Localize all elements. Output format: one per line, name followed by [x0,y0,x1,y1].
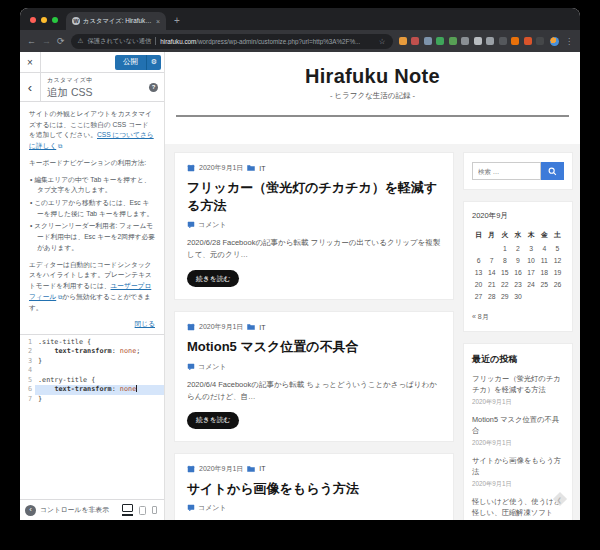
calendar-day[interactable]: 25 [538,278,551,290]
calendar-day[interactable]: 24 [525,278,538,290]
publish-settings-gear-icon[interactable]: ⚙ [146,55,161,70]
publish-button[interactable]: 公開 [115,55,146,70]
code-line[interactable]: 7} [20,395,164,405]
recent-post-title[interactable]: サイトから画像をもらう方法 [472,456,564,478]
calendar-day[interactable]: 14 [485,266,498,278]
extension-icon[interactable] [524,37,532,45]
calendar-day[interactable]: 27 [472,290,485,302]
calendar-day[interactable]: 9 [511,254,524,266]
comments-label[interactable]: コメント [198,220,227,230]
previous-month-link[interactable]: « 8月 [472,312,564,322]
preview-mobile-icon[interactable] [152,506,158,515]
code-line[interactable]: 6 text-transform: none [20,385,164,395]
comments-label[interactable]: コメント [198,362,227,372]
calendar-day[interactable]: 16 [511,266,524,278]
back-chevron-icon[interactable]: ‹ [20,73,41,101]
preview-desktop-icon[interactable] [122,504,133,516]
calendar-day[interactable]: 23 [511,278,524,290]
calendar-day[interactable]: 11 [538,254,551,266]
extension-icon[interactable] [474,37,482,45]
calendar-day[interactable]: 30 [511,290,524,302]
keyboard-nav-title: キーボードナビゲーションの利用方法: [29,158,155,169]
calendar-day[interactable]: 8 [498,254,511,266]
extension-icon[interactable] [461,37,469,45]
recent-post-title[interactable]: フリッカー（蛍光灯のチカチカ）を軽減する方法 [472,374,564,396]
code-line[interactable]: 2 text-transform: none; [20,347,164,357]
extension-icon[interactable] [436,37,444,45]
calendar-day[interactable]: 21 [485,278,498,290]
calendar-day[interactable]: 15 [498,266,511,278]
recent-post-title[interactable]: 怪しいけど使う、使うけど怪しい、圧縮解凍ソフト [472,497,564,519]
post-title[interactable]: Motion5 マスク位置の不具合 [187,338,441,356]
hide-controls-label[interactable]: コントロールを非表示 [40,505,118,515]
calendar-day[interactable]: 6 [472,254,485,266]
post-category[interactable]: IT [259,165,265,172]
code-line[interactable]: 4 [20,366,164,376]
extension-icon[interactable] [511,37,519,45]
calendar-day[interactable]: 3 [525,242,538,254]
forward-icon[interactable]: → [42,36,51,46]
recent-post-item[interactable]: サイトから画像をもらう方法2020年9月1日 [472,456,564,489]
extension-icon[interactable] [499,37,507,45]
extension-icon[interactable] [411,37,419,45]
post-title[interactable]: フリッカー（蛍光灯のチカチカ）を軽減する方法 [187,179,441,215]
profile-avatar[interactable] [550,37,559,46]
comments-label[interactable]: コメント [198,503,227,513]
calendar-day[interactable]: 13 [472,266,485,278]
calendar-day[interactable]: 4 [538,242,551,254]
calendar-day[interactable]: 2 [511,242,524,254]
close-help-link[interactable]: 閉じる [29,319,155,330]
search-button[interactable] [541,162,564,180]
read-more-button[interactable]: 続きを読む [187,270,239,287]
calendar-day[interactable]: 5 [551,242,564,254]
help-icon[interactable]: ? [149,83,158,92]
extension-icon[interactable] [399,37,407,45]
site-title[interactable]: Hirafuku Note [165,65,580,88]
extension-icon[interactable] [486,37,494,45]
extension-icon[interactable] [536,37,544,45]
address-bar[interactable]: ⚠ 保護されていない通信 hirafuku.com/wordpress/wp-a… [71,34,393,49]
post-title[interactable]: サイトから画像をもらう方法 [187,480,441,498]
line-number: 1 [20,338,35,348]
customizer-close-button[interactable]: × [20,52,41,72]
calendar-day[interactable]: 17 [525,266,538,278]
zoom-window-button[interactable] [52,17,58,23]
search-input[interactable] [472,162,541,180]
recent-post-item[interactable]: フリッカー（蛍光灯のチカチカ）を軽減する方法2020年9月1日 [472,374,564,407]
new-tab-button[interactable]: + [174,15,180,26]
browser-tab[interactable]: W カスタマイズ: Hirafuku Note - × [66,12,166,30]
recent-post-item[interactable]: 怪しいけど使う、使うけど怪しい、圧縮解凍ソフト2020年9月1日 [472,497,564,520]
calendar-day[interactable]: 29 [498,290,511,302]
calendar-day[interactable]: 26 [551,278,564,290]
css-code-editor[interactable]: 1.site-title {2 text-transform: none;3}4… [20,334,164,499]
minimize-window-button[interactable] [41,17,47,23]
post-category[interactable]: IT [259,465,265,472]
line-number: 3 [20,357,35,367]
calendar-day[interactable]: 19 [551,266,564,278]
extension-icon[interactable] [449,37,457,45]
read-more-button[interactable]: 続きを読む [187,412,239,429]
calendar-day[interactable]: 28 [485,290,498,302]
calendar-day[interactable]: 7 [485,254,498,266]
tab-close-icon[interactable]: × [156,18,160,25]
recent-post-item[interactable]: Motion5 マスク位置の不具合2020年9月1日 [472,415,564,448]
recent-post-title[interactable]: Motion5 マスク位置の不具合 [472,415,564,437]
calendar-day[interactable]: 20 [472,278,485,290]
chrome-menu-icon[interactable]: ⋮ [565,37,573,46]
calendar-day[interactable]: 18 [538,266,551,278]
preview-tablet-icon[interactable] [139,506,146,515]
code-line[interactable]: 3} [20,357,164,367]
post-category[interactable]: IT [259,324,265,331]
calendar-day[interactable]: 22 [498,278,511,290]
calendar-day[interactable]: 1 [498,242,511,254]
back-icon[interactable]: ← [27,36,36,46]
code-line[interactable]: 5.entry-title { [20,376,164,386]
collapse-sidebar-icon[interactable]: ‹ [25,505,36,516]
extension-icon[interactable] [424,37,432,45]
calendar-day[interactable]: 10 [525,254,538,266]
bookmark-star-icon[interactable]: ☆ [379,37,386,46]
code-line[interactable]: 1.site-title { [20,338,164,348]
calendar-day[interactable]: 12 [551,254,564,266]
close-window-button[interactable] [30,17,36,23]
reload-icon[interactable]: ⟳ [57,36,65,46]
